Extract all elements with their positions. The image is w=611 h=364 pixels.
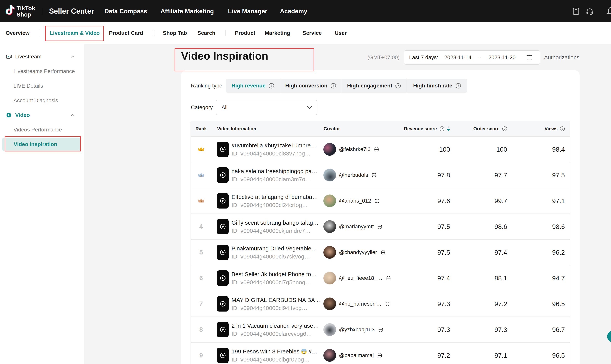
svg-text:3: 3 [200, 200, 202, 203]
svg-text:?: ? [504, 127, 505, 130]
svg-text:?: ? [561, 127, 563, 130]
svg-text:?: ? [457, 84, 459, 87]
svg-text:?: ? [441, 127, 443, 130]
svg-text:1: 1 [200, 149, 202, 151]
svg-text:2: 2 [200, 174, 202, 177]
svg-text:?: ? [270, 84, 272, 87]
svg-text:?: ? [397, 84, 399, 87]
svg-text:?: ? [332, 84, 334, 87]
